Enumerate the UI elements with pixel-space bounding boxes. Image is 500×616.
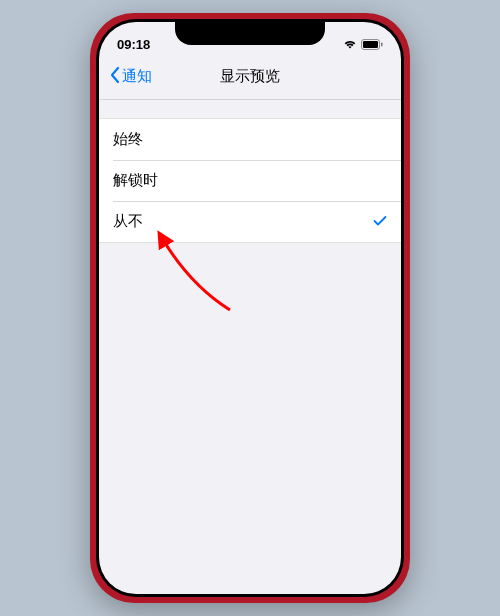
option-label: 从不 — [113, 212, 143, 231]
options-list: 始终 解锁时 从不 — [99, 118, 401, 243]
nav-bar: 通知 显示预览 — [99, 58, 401, 100]
chevron-left-icon — [109, 66, 120, 87]
phone-frame: 09:18 — [90, 13, 410, 603]
back-button[interactable]: 通知 — [109, 66, 152, 87]
svg-rect-2 — [381, 42, 383, 46]
screen: 09:18 — [99, 22, 401, 594]
back-label: 通知 — [122, 67, 152, 86]
option-never[interactable]: 从不 — [99, 201, 401, 242]
battery-icon — [361, 39, 383, 50]
svg-rect-1 — [363, 41, 378, 48]
status-indicators — [323, 39, 383, 50]
phone-bezel: 09:18 — [96, 19, 404, 597]
wifi-icon — [343, 39, 357, 49]
checkmark-icon — [373, 213, 387, 230]
option-label: 始终 — [113, 130, 143, 149]
option-label: 解锁时 — [113, 171, 158, 190]
notch — [175, 19, 325, 45]
option-when-unlocked[interactable]: 解锁时 — [99, 160, 401, 201]
option-always[interactable]: 始终 — [99, 119, 401, 160]
status-time: 09:18 — [117, 37, 177, 52]
content-area: 始终 解锁时 从不 — [99, 118, 401, 243]
